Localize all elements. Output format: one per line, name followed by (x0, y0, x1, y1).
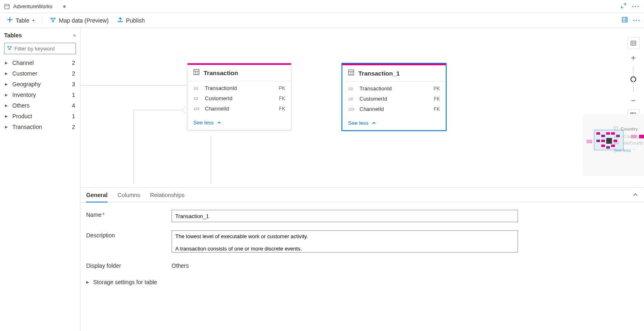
datatype-badge: 12I (348, 97, 355, 101)
sidebar-item-geography[interactable]: ▶Geography3 (4, 79, 76, 90)
see-less-button[interactable]: See less (342, 117, 446, 130)
file-title: AdventureWorks (13, 3, 53, 9)
datatype-badge: 12I (193, 97, 201, 101)
svg-rect-5 (622, 17, 627, 22)
ghost-table-card: Country 123CountryId abcIsoCountr See le… (611, 124, 644, 154)
sidebar-item-label: Inventory (12, 92, 36, 98)
zoom-track (633, 67, 634, 77)
svg-rect-0 (5, 4, 9, 9)
command-bar: Table ▾ Map data (Preview) Publish ··· (0, 13, 644, 28)
description-label: Description (86, 230, 168, 239)
sidebar-item-count: 2 (72, 124, 75, 130)
tab-general[interactable]: General (86, 192, 108, 202)
key-badge: FK (279, 106, 285, 112)
storage-settings-label: Storage settings for table (93, 279, 157, 285)
zoom-in-button[interactable] (627, 52, 639, 64)
expand-icon[interactable] (621, 3, 626, 10)
tab-columns[interactable]: Columns (117, 192, 140, 202)
column-row[interactable]: 123ChannelIdFK (348, 104, 440, 114)
table-card-transaction[interactable]: Transaction12ITransactionIdPK12ICustomer… (187, 63, 291, 130)
table-card-transaction-1[interactable]: Transaction_112ITransactionIdPK12ICustom… (341, 63, 447, 131)
datatype-badge: 12I (348, 87, 355, 91)
sidebar-item-count: 1 (72, 113, 75, 120)
key-badge: FK (434, 106, 440, 112)
sidebar-item-channel[interactable]: ▶Channel2 (4, 57, 76, 68)
name-label: Name* (86, 210, 168, 218)
table-tree: ▶Channel2▶Customer2▶Geography3▶Inventory… (4, 57, 76, 132)
column-name: TransactionId (360, 85, 392, 92)
sidebar-item-customer[interactable]: ▶Customer2 (4, 68, 76, 79)
column-row[interactable]: 12ICustomerIdFK (348, 94, 440, 104)
description-input[interactable] (172, 230, 518, 253)
column-name: ChannelId (205, 106, 229, 112)
publish-button[interactable]: Publish (114, 15, 148, 26)
zoom-track (633, 81, 634, 92)
svg-rect-18 (632, 42, 635, 44)
collapse-panel-icon[interactable] (633, 192, 638, 199)
zoom-out-button[interactable] (627, 94, 639, 107)
svg-rect-17 (631, 41, 636, 45)
svg-rect-9 (194, 69, 199, 75)
divider (42, 16, 42, 25)
more-icon[interactable]: ··· (632, 3, 640, 10)
datatype-badge: 123 (193, 107, 201, 111)
display-folder-label: Display folder (86, 261, 168, 269)
collapse-sidebar-icon[interactable]: « (73, 32, 76, 38)
sidebar: Tables « ▶Channel2▶Customer2▶Geography3▶… (0, 28, 80, 331)
titlebar: AdventureWorks ··· (0, 0, 644, 13)
key-badge: FK (434, 96, 440, 102)
map-data-label: Map data (Preview) (59, 17, 108, 24)
sidebar-item-count: 1 (72, 92, 75, 98)
caret-right-icon: ▶ (5, 82, 9, 86)
fit-to-screen-button[interactable] (627, 37, 639, 49)
caret-right-icon: ▶ (5, 114, 9, 118)
sidebar-item-count: 3 (72, 81, 75, 87)
display-folder-value: Others (172, 261, 518, 269)
sidebar-item-transaction[interactable]: ▶Transaction2 (4, 122, 76, 132)
name-input[interactable] (172, 210, 518, 222)
datatype-badge: 12I (193, 86, 201, 90)
publish-label: Publish (126, 17, 145, 24)
tab-relationships[interactable]: Relationships (150, 192, 184, 202)
sidebar-item-inventory[interactable]: ▶Inventory1 (4, 90, 76, 100)
column-row[interactable]: 12ICustomerIdFK (193, 93, 285, 103)
card-header[interactable]: Transaction (188, 65, 291, 81)
sidebar-item-count: 2 (72, 60, 75, 66)
table-icon (614, 126, 618, 131)
new-table-button[interactable]: Table ▾ (3, 15, 38, 26)
storage-settings-toggle[interactable]: ▶ Storage settings for table (86, 277, 518, 285)
column-name: ChannelId (360, 106, 384, 112)
chevron-up-icon (372, 121, 376, 126)
ghost-title: Country (621, 126, 638, 131)
card-title: Transaction (204, 69, 238, 76)
list-icon[interactable] (621, 16, 628, 25)
datatype-badge: 123 (348, 107, 355, 111)
filter-input-wrapper[interactable] (4, 43, 76, 54)
column-row[interactable]: 12ITransactionIdPK (348, 83, 440, 94)
filter-icon (7, 46, 12, 52)
sidebar-item-label: Customer (12, 70, 37, 77)
caret-right-icon: ▶ (5, 93, 9, 97)
column-row[interactable]: 12ITransactionIdPK (193, 83, 285, 93)
more-options-icon[interactable]: ··· (633, 17, 641, 24)
table-icon (193, 69, 199, 77)
column-row[interactable]: 123ChannelIdFK (193, 103, 285, 114)
database-icon (4, 4, 10, 9)
properties-panel: General Columns Relationships Name* Desc… (80, 187, 644, 331)
card-header[interactable]: Transaction_1 (342, 65, 446, 82)
svg-rect-21 (614, 126, 618, 130)
svg-rect-13 (348, 70, 354, 75)
map-data-button[interactable]: Map data (Preview) (46, 15, 112, 26)
sidebar-item-label: Product (12, 113, 32, 120)
sidebar-item-product[interactable]: ▶Product1 (4, 111, 76, 122)
filter-input[interactable] (14, 46, 83, 52)
sidebar-item-label: Channel (12, 60, 34, 66)
caret-right-icon: ▶ (5, 71, 9, 76)
see-less-button[interactable]: See less (188, 116, 291, 130)
chevron-down-icon: ▾ (32, 18, 34, 23)
sidebar-item-label: Geography (12, 81, 41, 87)
map-icon (50, 16, 56, 24)
sidebar-item-count: 2 (72, 70, 75, 77)
sidebar-item-others[interactable]: ▶Others4 (4, 100, 76, 111)
caret-right-icon: ▶ (86, 280, 89, 284)
